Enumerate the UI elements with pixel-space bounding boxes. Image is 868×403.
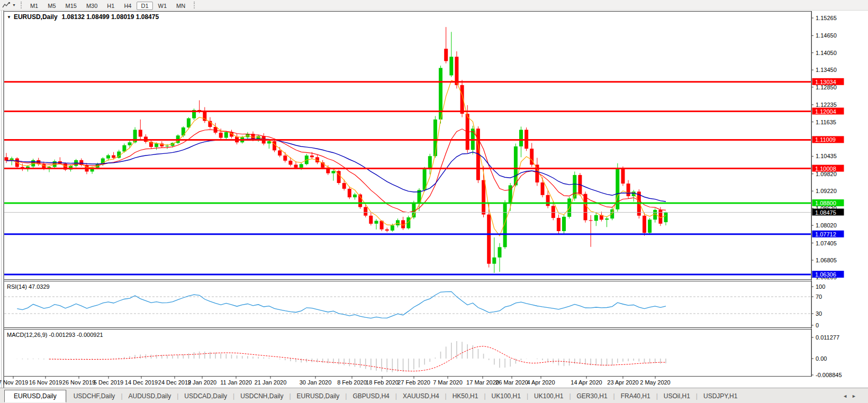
price-axis-label: 1.10435 [816, 153, 837, 159]
date-axis-label: 5 Dec 2019 [94, 379, 123, 386]
timeframe-m5[interactable]: M5 [43, 2, 60, 10]
chart-title: ▼EURUSD,Daily1.08132 1.08499 1.08019 1.0… [7, 13, 159, 21]
price-badge-text: 1.08800 [815, 200, 836, 206]
tab-scroll-arrows: ◄► [843, 393, 861, 399]
macd-axis-label: 0.00 [816, 355, 827, 362]
price-axis-label: 1.14050 [816, 50, 837, 56]
price-axis-label: 1.06205 [816, 274, 837, 280]
tab-hk50-h1[interactable]: HK50,H1 [447, 390, 484, 402]
top-toolbar: ▼ M1M5M15M30H1H4D1W1MN [0, 0, 868, 11]
toolbar-grip [21, 2, 22, 8]
timeframe-d1[interactable]: D1 [137, 2, 152, 10]
toolbar-grip [194, 2, 195, 8]
date-axis-label: 27 Feb 2020 [397, 379, 430, 386]
price-axis-label: 1.13450 [816, 67, 837, 73]
date-axis: 7 Nov 201916 Nov 201926 Nov 20195 Dec 20… [0, 377, 671, 386]
tab-ger30-h1[interactable]: GER30,H1 [572, 390, 613, 402]
tab-uk100-h1[interactable]: UK100,H1 [486, 390, 526, 402]
macd-axis-label: -0.008845 [816, 372, 842, 378]
price-badge-text: 1.10008 [815, 166, 836, 172]
price-axis-label: 1.09220 [816, 188, 837, 194]
tab-xauusd-h4[interactable]: XAUUSD,H4 [397, 390, 445, 402]
main-chart-panel[interactable] [4, 11, 812, 280]
price-badge-text: 1.07712 [815, 231, 836, 237]
price-axis-label: 1.12850 [816, 84, 837, 90]
date-axis-label: 21 Jan 2020 [255, 379, 287, 386]
timeframe-w1[interactable]: W1 [154, 2, 171, 10]
chart-ohlc-values: 1.08132 1.08499 1.08019 1.08475 [62, 13, 159, 21]
macd-indicator-panel[interactable] [4, 329, 812, 377]
tab-eurusd-daily-active[interactable]: EURUSD,Daily [4, 390, 66, 402]
tab-list: EURUSD,DailyUSDCHF,Daily|AUDUSD,Daily|US… [0, 390, 743, 402]
date-axis-label: 2 May 2020 [640, 379, 670, 386]
collapse-triangle-icon[interactable]: ▼ [7, 15, 11, 20]
tab-gbpusd-h4[interactable]: GBPUSD,H4 [347, 390, 394, 402]
chevron-down-icon[interactable]: ▼ [12, 3, 16, 7]
window-left-edge [1, 11, 4, 402]
chart-tab-bar: EURUSD,DailyUSDCHF,Daily|AUDUSD,Daily|US… [0, 388, 868, 403]
tab-audusd-daily[interactable]: AUDUSD,Daily [123, 390, 177, 402]
tab-scroll-right-icon[interactable]: ► [852, 393, 861, 399]
tab-usdjpy-h1[interactable]: USDJPY,H1 [698, 390, 743, 402]
date-axis-label: 2 Jan 2020 [188, 379, 216, 386]
price-axis-label: 1.12235 [816, 102, 837, 108]
timeframe-button-group: M1M5M15M30H1H4D1W1MN [25, 1, 190, 10]
price-axis-label: 1.06805 [816, 257, 837, 263]
rsi-axis-label: 30 [816, 310, 822, 317]
date-axis-label: 11 Jan 2020 [220, 379, 252, 386]
date-axis-label: 26 Mar 2020 [495, 379, 528, 386]
date-axis-label: 17 Mar 2020 [466, 379, 499, 386]
tab-uk100-h1[interactable]: UK100,H1 [529, 390, 568, 402]
date-axis-label: 8 Feb 2020 [337, 379, 367, 386]
date-axis-label: 14 Dec 2019 [125, 379, 158, 386]
price-badge-text: 1.08475 [815, 209, 836, 216]
chart-type-icon[interactable] [2, 2, 11, 9]
timeframe-m30[interactable]: M30 [82, 2, 102, 10]
price-badge-text: 1.12004 [815, 108, 836, 115]
tab-fra40-h1[interactable]: FRA40,H1 [616, 390, 656, 402]
macd-axis-label: 0.011277 [816, 334, 839, 341]
price-axis-label: 1.07405 [816, 240, 837, 246]
date-axis-label: 16 Nov 2019 [29, 379, 62, 386]
price-badge-text: 1.11009 [815, 136, 836, 143]
tab-usdchf-daily[interactable]: USDCHF,Daily [68, 390, 121, 402]
macd-label: MACD(12,26,9) -0.001293 -0.000921 [7, 332, 103, 338]
tab-usdcnh-daily[interactable]: USDCNH,Daily [235, 390, 288, 402]
price-badge-1.08800 [812, 199, 844, 206]
rsi-axis-label: 100 [816, 283, 825, 290]
date-axis-label: 26 Nov 2019 [62, 379, 95, 386]
rsi-axis-label: 70 [816, 294, 822, 300]
tab-usdcad-daily[interactable]: USDCAD,Daily [179, 390, 232, 402]
date-axis-label: 24 Dec 2019 [158, 379, 191, 386]
tab-scroll-left-icon[interactable]: ◄ [843, 393, 852, 399]
price-badge-1.08475 [812, 209, 844, 216]
price-axis-label: 1.08620 [816, 205, 837, 212]
tab-eurusd-daily[interactable]: EURUSD,Daily [292, 390, 345, 402]
price-badge-text: 1.06306 [815, 271, 836, 278]
price-badge-1.12004 [812, 108, 844, 115]
timeframe-h4[interactable]: H4 [120, 2, 135, 10]
price-axis-label: 1.15265 [816, 15, 837, 21]
price-badge-text: 1.13034 [815, 79, 836, 85]
timeframe-mn[interactable]: MN [172, 2, 189, 10]
price-axis-label: 1.11635 [816, 119, 836, 125]
date-axis-label: 30 Jan 2020 [300, 379, 332, 386]
timeframe-m15[interactable]: M15 [61, 2, 81, 10]
chart-symbol-label: EURUSD,Daily [14, 13, 58, 21]
date-axis-label: 23 Apr 2020 [607, 379, 638, 386]
price-axis-label: 1.08020 [816, 222, 837, 228]
timeframe-m1[interactable]: M1 [26, 2, 42, 10]
rsi-indicator-panel[interactable] [4, 281, 812, 328]
date-axis-label: 4 Apr 2020 [527, 379, 555, 386]
price-badge-1.10008 [812, 165, 844, 172]
date-axis-label: 18 Feb 2020 [366, 379, 399, 386]
price-badge-1.11009 [812, 136, 844, 143]
rsi-axis-label: 0 [816, 322, 819, 328]
timeframe-h1[interactable]: H1 [103, 2, 119, 10]
price-badge-1.07712 [812, 231, 844, 237]
price-axis-label: 1.09820 [816, 171, 837, 177]
price-badge-1.13034 [812, 78, 844, 85]
rsi-label: RSI(14) 47.0329 [7, 283, 50, 290]
date-axis-label: 7 Mar 2020 [433, 379, 463, 386]
tab-usoil-h1[interactable]: USOil,H1 [658, 390, 695, 402]
